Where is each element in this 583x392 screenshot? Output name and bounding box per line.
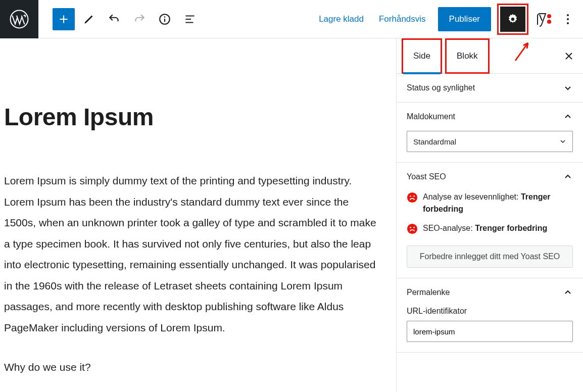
frown-icon — [407, 223, 418, 234]
panel-title: Permalenke — [407, 288, 450, 297]
publish-button[interactable]: Publiser — [438, 7, 491, 31]
svg-point-6 — [567, 14, 569, 16]
svg-point-5 — [547, 20, 551, 24]
yoast-seo-row: SEO-analyse: Trenger forbedring — [407, 222, 573, 234]
settings-sidebar: Side Blokk Status og synlighet Maldokume… — [396, 38, 583, 392]
svg-point-8 — [567, 22, 569, 24]
undo-icon[interactable] — [103, 8, 125, 30]
chevron-up-icon — [563, 172, 573, 182]
chevron-up-icon — [563, 287, 573, 298]
panel-permalink-header[interactable]: Permalenke — [397, 278, 583, 307]
edit-icon[interactable] — [78, 8, 100, 30]
toolbar-right-group: Lagre kladd Forhåndsvis Publiser — [316, 7, 583, 32]
template-value: Standardmal — [413, 137, 456, 146]
add-block-button[interactable] — [53, 8, 75, 30]
chevron-down-icon — [563, 83, 573, 93]
svg-point-14 — [413, 227, 415, 228]
svg-point-11 — [413, 195, 415, 197]
tab-page[interactable]: Side — [402, 38, 442, 74]
panel-template: Maldokument Standardmal — [397, 103, 583, 163]
panel-title: Maldokument — [407, 112, 455, 121]
url-slug-input[interactable] — [407, 321, 573, 342]
paragraph-block[interactable]: Why do we use it? — [4, 357, 382, 378]
panel-title: Yoast SEO — [407, 172, 446, 181]
template-select[interactable]: Standardmal — [407, 131, 573, 152]
panel-yoast: Yoast SEO Analyse av lesevennlighet: Tre… — [397, 163, 583, 278]
post-content[interactable]: Lorem Ipsum is simply dummy text of the … — [4, 170, 382, 377]
wordpress-logo[interactable] — [0, 0, 38, 38]
settings-button[interactable] — [500, 7, 525, 32]
svg-point-9 — [407, 192, 417, 203]
url-slug-label: URL-identifikator — [407, 307, 573, 316]
editor-canvas[interactable]: Lorem Ipsum Lorem Ipsum is simply dummy … — [0, 38, 396, 392]
chevron-down-icon — [559, 138, 566, 145]
preview-button[interactable]: Forhåndsvis — [376, 10, 429, 28]
main-area: Lorem Ipsum Lorem Ipsum is simply dummy … — [0, 38, 583, 392]
info-icon[interactable] — [154, 8, 176, 30]
toolbar-left-group — [38, 8, 201, 30]
panel-permalink: Permalenke URL-identifikator — [397, 278, 583, 353]
more-options-button[interactable] — [561, 8, 575, 30]
panel-yoast-header[interactable]: Yoast SEO — [397, 163, 583, 191]
sidebar-tabs: Side Blokk — [397, 38, 583, 74]
svg-point-7 — [567, 18, 569, 20]
frown-icon — [407, 192, 418, 203]
yoast-button[interactable] — [535, 11, 552, 28]
outline-icon[interactable] — [179, 8, 201, 30]
post-title[interactable]: Lorem Ipsum — [4, 103, 392, 131]
panel-title: Status og synlighet — [407, 83, 475, 92]
save-draft-button[interactable]: Lagre kladd — [316, 10, 367, 28]
chevron-up-icon — [563, 112, 573, 122]
svg-point-10 — [410, 195, 411, 197]
panel-status: Status og synlighet — [397, 74, 583, 103]
tab-block[interactable]: Blokk — [445, 38, 490, 74]
svg-point-13 — [410, 227, 411, 228]
svg-point-2 — [164, 16, 166, 18]
close-sidebar-button[interactable] — [560, 47, 578, 65]
svg-point-3 — [511, 17, 515, 21]
panel-template-header[interactable]: Maldokument — [397, 103, 583, 131]
yoast-readability-row: Analyse av lesevennlighet: Trenger forbe… — [407, 191, 573, 215]
redo-icon — [128, 8, 151, 30]
svg-point-12 — [407, 224, 417, 234]
panel-status-header[interactable]: Status og synlighet — [397, 74, 583, 102]
top-toolbar: Lagre kladd Forhåndsvis Publiser — [0, 0, 583, 38]
svg-point-4 — [547, 14, 551, 18]
paragraph-block[interactable]: Lorem Ipsum is simply dummy text of the … — [4, 170, 382, 338]
yoast-improve-button[interactable]: Forbedre innlegget ditt med Yoast SEO — [407, 246, 573, 268]
